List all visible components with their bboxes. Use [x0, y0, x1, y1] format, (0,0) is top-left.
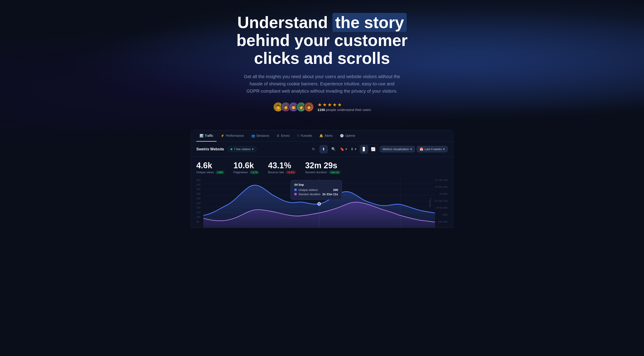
tooltip-row-session: Session duration 1h 21m 11s	[294, 192, 338, 196]
pageviews-label: Pageviews	[234, 170, 248, 174]
live-visitors-badge[interactable]: 7 live visitors ▾	[228, 146, 256, 152]
bookmark-button[interactable]: 🔖 ▾	[340, 145, 348, 153]
chart-tooltip: 04 Sep Unique visitors 200 Session durat…	[290, 180, 342, 200]
avatar: 👩	[304, 102, 314, 112]
pageviews-value: 10.6k	[234, 162, 259, 170]
session-duration-label: Session duration	[305, 170, 327, 174]
metrics-dropdown[interactable]: Metrics visualisation ▾	[380, 146, 415, 152]
visitors-dot-icon	[294, 189, 297, 191]
y-axis-right: 2h 13m 20s 1h 56m 40s 1h 40m 1h 23m 20s …	[435, 178, 448, 224]
forecast-label: Forecast	[429, 198, 431, 207]
tab-errors-label: Errors	[281, 134, 290, 138]
funnels-icon: ▽	[297, 134, 299, 138]
y-axis-left: 260 240 220 200 180 160 140 120 100 80	[196, 178, 200, 224]
hero-section: Understand the story behind your custome…	[0, 0, 644, 130]
chevron-down-icon: ▾	[410, 148, 412, 151]
stats-row: 4.6k Unique views +400 10.6k Pageviews +…	[191, 157, 453, 178]
live-dot-icon	[230, 148, 232, 150]
chevron-down-icon: ▾	[443, 148, 445, 151]
stat-bounce-rate: 43.1% Bounce rate +3.8%	[268, 162, 296, 174]
hero-highlight: the story	[332, 13, 407, 32]
uptime-icon: 🕐	[340, 134, 344, 138]
share-button[interactable]: ⬆	[320, 145, 328, 153]
dashboard-nav: 📊 Traffic ⚡ Performance 👥 Sessions 🖥 Err…	[191, 130, 453, 142]
unique-views-badge: +400	[216, 170, 224, 174]
sessions-icon: 👥	[251, 134, 255, 138]
tab-uptime[interactable]: 🕐 Uptime	[337, 130, 358, 142]
stat-unique-views: 4.6k Unique views +400	[196, 162, 224, 174]
tooltip-date: 04 Sep	[294, 183, 338, 186]
tab-sessions-label: Sessions	[256, 134, 269, 138]
toolbar-actions: ↻ ⬆ 🔍 🔖 ▾ ⬇ ▾ ▊ 📈 Metrics visualisation …	[310, 144, 448, 154]
unique-views-label: Unique views	[196, 170, 214, 174]
live-visitors-count: 7 live visitors	[234, 148, 250, 151]
stat-session-duration: 32m 29s Session duration +3m 2s	[305, 162, 340, 174]
tab-funnels-label: Funnels	[301, 134, 312, 138]
refresh-button[interactable]: ↻	[310, 145, 318, 153]
line-chart-button[interactable]: 📈	[369, 145, 377, 153]
tab-sessions[interactable]: 👥 Sessions	[248, 130, 272, 142]
tab-performance-label: Performance	[226, 134, 244, 138]
errors-icon: 🖥	[276, 134, 280, 138]
chart-area: 260 240 220 200 180 160 140 120 100 80 2…	[191, 178, 453, 228]
calendar-icon: 📅	[420, 148, 423, 151]
session-duration-badge: +3m 2s	[329, 170, 340, 174]
session-dot-icon	[294, 193, 297, 195]
metrics-dropdown-label: Metrics visualisation	[383, 148, 409, 151]
hero-title: Understand the story behind your custome…	[220, 14, 424, 68]
hero-description: Get all the insights you need about your…	[243, 73, 401, 95]
tab-alerts-label: Alerts	[324, 134, 333, 138]
tab-alerts[interactable]: 🔔 Alerts	[316, 130, 336, 142]
tooltip-row-visitors: Unique visitors 200	[294, 188, 338, 192]
pageviews-badge: +1.7k	[250, 170, 259, 174]
session-duration-value: 32m 29s	[305, 162, 340, 170]
proof-text-block: ★★★★★ 1150 people understand their users	[318, 102, 371, 112]
avatar-group: 👨 👩 👨 👩 👩	[273, 102, 314, 112]
unique-views-value: 4.6k	[196, 162, 224, 170]
search-button[interactable]: 🔍	[330, 145, 338, 153]
dashboard: 📊 Traffic ⚡ Performance 👥 Sessions 🖥 Err…	[191, 130, 453, 228]
proof-count: 1150 people understand their users	[318, 108, 371, 112]
tab-funnels[interactable]: ▽ Funnels	[294, 130, 315, 142]
tab-traffic[interactable]: 📊 Traffic	[196, 130, 216, 142]
social-proof: 👨 👩 👨 👩 👩 ★★★★★ 1150 pe	[220, 102, 424, 112]
dashboard-toolbar: Swetrix Website 7 live visitors ▾ ↻ ⬆ 🔍 …	[191, 142, 453, 157]
dashboard-wrapper: 📊 Traffic ⚡ Performance 👥 Sessions 🖥 Err…	[186, 130, 458, 237]
traffic-icon: 📊	[200, 134, 203, 138]
star-rating: ★★★★★	[318, 102, 371, 108]
tab-uptime-label: Uptime	[345, 134, 355, 138]
site-name: Swetrix Website	[196, 147, 224, 151]
tab-traffic-label: Traffic	[205, 134, 213, 138]
tab-errors[interactable]: 🖥 Errors	[273, 130, 293, 142]
chevron-down-icon: ▾	[252, 148, 254, 151]
stat-pageviews: 10.6k Pageviews +1.7k	[234, 162, 259, 174]
performance-icon: ⚡	[220, 134, 224, 138]
bounce-rate-value: 43.1%	[268, 162, 296, 170]
bounce-rate-badge: +3.8%	[286, 170, 296, 174]
alerts-icon: 🔔	[319, 134, 323, 138]
bounce-rate-label: Bounce rate	[268, 170, 284, 174]
bar-chart-button[interactable]: ▊	[360, 145, 368, 153]
tab-performance[interactable]: ⚡ Performance	[218, 130, 247, 142]
chart-type-group: ▊ 📈	[359, 144, 378, 154]
date-range-label: Last 4 weeks	[424, 148, 442, 151]
download-button[interactable]: ⬇ ▾	[350, 145, 358, 153]
date-range-dropdown[interactable]: 📅 Last 4 weeks ▾	[417, 146, 448, 152]
